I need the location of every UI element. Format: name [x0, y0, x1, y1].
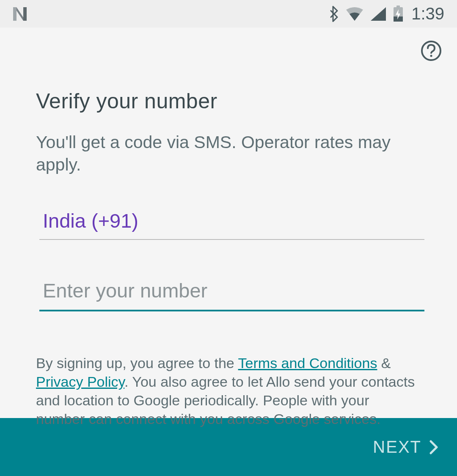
country-code-select[interactable]: India (+91)	[39, 208, 424, 240]
privacy-policy-link[interactable]: Privacy Policy	[36, 374, 124, 390]
phone-number-input[interactable]	[43, 279, 421, 302]
svg-rect-1	[396, 6, 400, 8]
help-button[interactable]	[421, 40, 442, 61]
status-right: 1:39	[327, 4, 444, 23]
terms-conditions-link[interactable]: Terms and Conditions	[238, 355, 377, 371]
terms-text: By signing up, you agree to the Terms an…	[36, 354, 421, 429]
cellular-signal-icon	[370, 6, 387, 22]
wifi-icon	[345, 6, 364, 22]
status-time: 1:39	[411, 4, 444, 23]
phone-input-wrapper	[39, 278, 424, 311]
page-subtitle: You'll get a code via SMS. Operator rate…	[36, 131, 421, 176]
status-bar: 1:39	[0, 0, 457, 28]
battery-charging-icon	[393, 6, 404, 22]
help-icon	[421, 40, 442, 61]
terms-prefix: By signing up, you agree to the	[36, 355, 238, 371]
svg-point-4	[430, 55, 432, 57]
terms-amp: &	[377, 355, 391, 371]
android-n-icon	[11, 5, 29, 23]
content-area: Verify your number You'll get a code via…	[0, 28, 457, 418]
next-button-label: NEXT	[373, 437, 421, 457]
status-left	[11, 5, 29, 23]
next-button[interactable]: NEXT	[373, 437, 439, 457]
bluetooth-icon	[327, 6, 339, 22]
page-title: Verify your number	[36, 28, 421, 113]
chevron-right-icon	[429, 440, 439, 455]
